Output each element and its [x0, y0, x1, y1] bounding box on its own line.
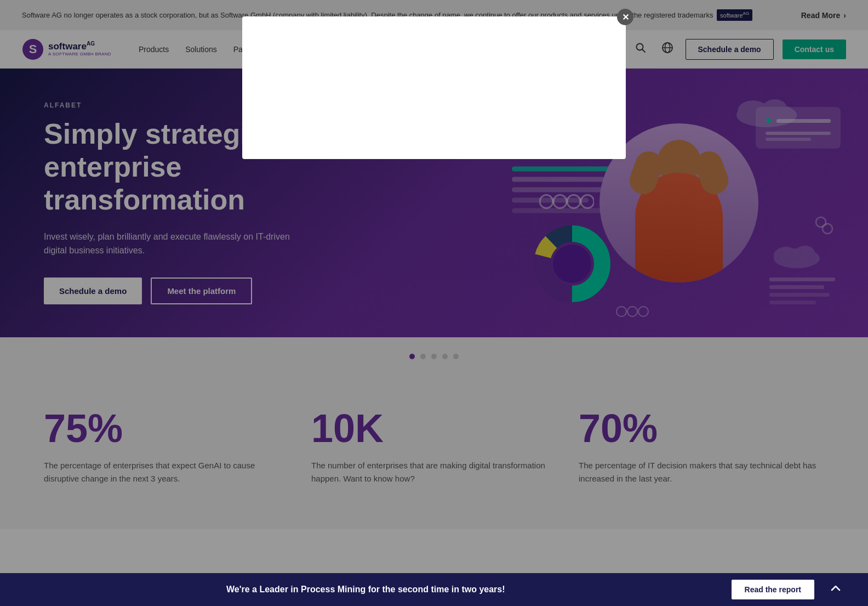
modal-overlay[interactable]: ✕ [0, 0, 868, 529]
modal-close-button[interactable]: ✕ [617, 9, 633, 25]
modal-box: ✕ [242, 16, 626, 159]
